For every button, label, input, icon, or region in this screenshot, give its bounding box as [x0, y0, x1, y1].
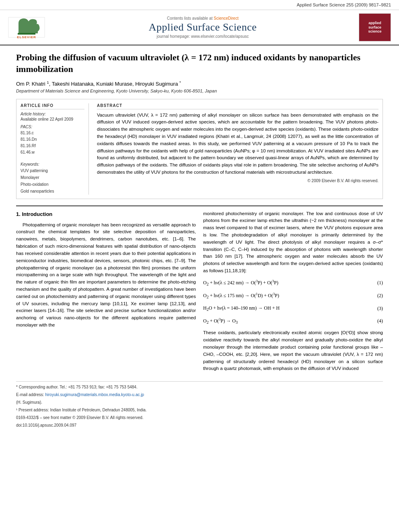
article-info-abstract: ARTICLE INFO Article history: Available …: [16, 99, 383, 199]
corresponding-author-fn: * Corresponding author. Tel.: +81 75 753…: [16, 384, 383, 390]
keywords-label: Keywords:: [21, 162, 84, 166]
article-info-heading: ARTICLE INFO: [21, 103, 84, 109]
svg-text:ELSEVIER: ELSEVIER: [17, 35, 36, 39]
issn-fn: 0169-4332/$ – see front matter © 2009 El…: [16, 415, 383, 421]
equations-block: O2 + hν(λ ≤ 242 nm) → O(3P) + O(3P) (1) …: [203, 278, 383, 327]
journal-logo-right: appliedsurfacescience: [359, 13, 391, 41]
history-label: Article history:: [21, 112, 84, 116]
eq1-text: O2 + hν(λ ≤ 242 nm) → O(3P) + O(3P): [203, 279, 278, 288]
body-col-left: 1. Introduction Photopatterning of organ…: [16, 210, 196, 375]
article-info-col: ARTICLE INFO Article history: Available …: [16, 103, 89, 195]
keywords-list: VUV patterningMonolayerPhoto-oxidationGo…: [21, 167, 84, 195]
abstract-text: Vacuum ultraviolet (VUV, λ = 172 nm) pat…: [97, 112, 378, 176]
footnote-area: * Corresponding author. Tel.: +81 75 753…: [16, 381, 383, 428]
eq3-text: H2O + hν(λ = 140–190 nm) → OH + H: [203, 304, 280, 313]
intro-title: 1. Introduction: [16, 210, 196, 218]
abstract-col: ABSTRACT Vacuum ultraviolet (VUV, λ = 17…: [97, 103, 378, 195]
journal-title: Applied Surface Science: [47, 21, 359, 33]
intro-para-1: Photopatterning of organic monolayer has…: [16, 222, 196, 329]
eq2-text: O2 + hν(λ ≤ 175 nm) → O(1D) + O(3P): [203, 292, 279, 300]
equation-4: O2 + O(3P) → O3 (4): [203, 316, 383, 327]
abstract-heading: ABSTRACT: [97, 103, 378, 109]
sd-label: Contents lists available at: [167, 16, 212, 21]
divider: [16, 205, 383, 206]
present-address-fn: ¹ Present address: Indian Institute of P…: [16, 407, 383, 413]
eq1-num: (1): [377, 279, 383, 287]
eq4-num: (4): [377, 317, 383, 325]
article-title: Probing the diffusion of vacuum ultravio…: [16, 52, 383, 75]
affiliation: Department of Materials Science and Engi…: [16, 88, 383, 93]
citation-bar: Applied Surface Science 255 (2009) 9817–…: [0, 0, 399, 10]
available-online: Available online 22 April 2009: [21, 117, 84, 121]
authors: Om P. Khatri 1, Takeshi Hatanaka, Kuniak…: [16, 80, 383, 86]
intro-para-2: monitored photochemistry of organic mono…: [203, 210, 383, 275]
eq3-num: (3): [377, 305, 383, 312]
eq2-num: (2): [377, 292, 383, 300]
page: Applied Surface Science 255 (2009) 9817–…: [0, 0, 399, 532]
intro-para-3: These oxidants, particularly electronica…: [203, 329, 383, 372]
elsevier-logo: ELSEVIER: [6, 15, 47, 39]
equation-3: H2O + hν(λ = 140–190 nm) → OH + H (3): [203, 304, 383, 314]
author-list: Om P. Khatri 1, Takeshi Hatanaka, Kuniak…: [16, 81, 181, 87]
corresponding-author-text: * Corresponding author. Tel.: +81 75 753…: [16, 385, 138, 389]
doi-fn: doi:10.1016/j.apsusc.2009.04.097: [16, 422, 383, 428]
sciencedirect-line: Contents lists available at ScienceDirec…: [47, 16, 359, 21]
equation-2: O2 + hν(λ ≤ 175 nm) → O(1D) + O(3P) (2): [203, 291, 383, 301]
main-content: Probing the diffusion of vacuum ultravio…: [0, 45, 399, 438]
email-label: E-mail address:: [16, 392, 44, 397]
copyright: © 2009 Elsevier B.V. All rights reserved…: [97, 179, 378, 183]
email-value[interactable]: hiroyuki.sugimura@materials.mbox.media.k…: [45, 392, 144, 397]
journal-header: ELSEVIER Contents lists available at Sci…: [0, 10, 399, 45]
equation-1: O2 + hν(λ ≤ 242 nm) → O(3P) + O(3P) (1): [203, 278, 383, 288]
name-note: (H. Sugimura).: [16, 399, 383, 405]
body-col-right: monitored photochemistry of organic mono…: [203, 210, 383, 375]
email-fn: E-mail address: hiroyuki.sugimura@materi…: [16, 392, 383, 398]
journal-center: Contents lists available at ScienceDirec…: [47, 16, 359, 39]
citation-text: Applied Surface Science 255 (2009) 9817–…: [297, 2, 391, 7]
pacs-codes: 81.16.c81.16.Dn81.16.Rf61.46.w: [21, 130, 84, 156]
body-columns: 1. Introduction Photopatterning of organ…: [16, 210, 383, 375]
journal-logo-text: appliedsurfacescience: [368, 21, 381, 34]
svg-rect-1: [18, 33, 35, 35]
eq4-text: O2 + O(3P) → O3: [203, 317, 238, 326]
sciencedirect-link[interactable]: ScienceDirect: [214, 16, 239, 21]
journal-homepage: journal homepage: www.elsevier.com/locat…: [47, 34, 359, 39]
pacs-label: PACS:: [21, 125, 84, 129]
